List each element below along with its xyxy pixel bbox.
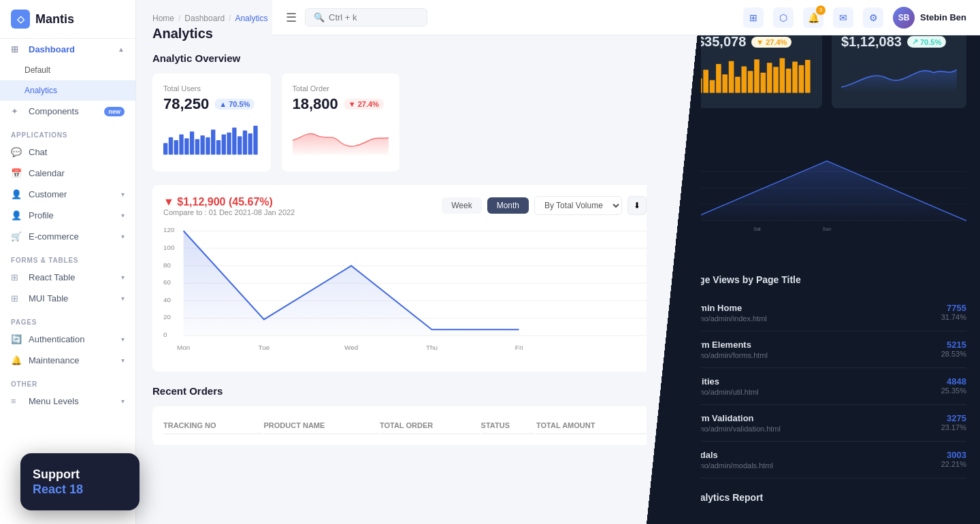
sidebar-item-dashboard[interactable]: ⊞ Dashboard ▲ [0, 39, 135, 60]
income-header: ▼ $1,12,900 (45.67%) Compare to : 01 Dec… [163, 196, 647, 216]
svg-rect-0 [163, 143, 167, 154]
sidebar-item-analytics[interactable]: Analytics [0, 80, 135, 101]
area-chart-red [293, 120, 389, 161]
search-input[interactable] [329, 12, 410, 22]
analytics-report: Analytics Report [687, 492, 966, 503]
app-name: Mantis [35, 12, 74, 27]
card-badge: ↗ 70.5% [907, 36, 946, 48]
sidebar-item-authentication[interactable]: 🔄 Authentication ▾ [0, 329, 135, 350]
svg-rect-15 [243, 131, 247, 154]
svg-rect-49 [773, 67, 779, 93]
apps-icon[interactable]: ⊞ [743, 7, 764, 28]
analytic-cards: Total Users 78,250 ▲ 70.5% [152, 73, 657, 171]
card-badge: ▲ 70.5% [214, 99, 255, 110]
auth-icon: 🔄 [11, 334, 22, 344]
btn-week[interactable]: Week [442, 197, 481, 214]
settings-icon[interactable]: ⚙ [863, 7, 883, 28]
profile-toggle-icon[interactable]: ⬡ [773, 7, 794, 28]
calendar-icon: 📅 [11, 168, 22, 178]
dark-income-chart: Fri Sat Sun [687, 122, 966, 261]
btn-month[interactable]: Month [487, 197, 529, 214]
user-avatar[interactable]: SB Stebin Ben [893, 7, 966, 29]
svg-rect-1 [169, 137, 173, 154]
svg-text:Sat: Sat [753, 227, 761, 231]
svg-rect-42 [729, 61, 734, 93]
card-value: $1,12,083 [841, 34, 902, 50]
chevron-down-icon: ▾ [121, 397, 125, 405]
mui-table-icon: ⊞ [11, 293, 22, 304]
svg-text:Thu: Thu [426, 344, 438, 351]
col-total-amount: TOTAL AMOUNT [536, 417, 647, 434]
chevron-down-icon: ▾ [121, 335, 125, 343]
page-views-section: Page Views by Page Title Admin Home /dem… [687, 274, 966, 478]
bar-chart [163, 120, 260, 161]
sidebar-item-chat[interactable]: 💬 Chat [0, 142, 135, 163]
sidebar-item-maintenance[interactable]: 🔔 Maintenance ▾ [0, 350, 135, 371]
svg-text:20: 20 [163, 313, 171, 321]
chevron-up-icon: ▲ [118, 46, 125, 53]
customer-icon: 👤 [11, 189, 22, 199]
svg-text:60: 60 [163, 278, 171, 286]
svg-rect-13 [232, 128, 236, 155]
svg-rect-44 [741, 66, 747, 93]
svg-text:Mon: Mon [177, 344, 190, 351]
notifications-icon[interactable]: 🔔 3 [803, 7, 823, 28]
messages-icon[interactable]: ✉ [833, 7, 853, 28]
sidebar-item-menu-levels[interactable]: ≡ Menu Levels ▾ [0, 391, 135, 412]
download-button[interactable]: ⬇ [627, 196, 647, 215]
svg-text:Fri: Fri [687, 227, 691, 231]
react-table-icon: ⊞ [11, 272, 22, 282]
notification-badge: 3 [816, 5, 826, 15]
svg-rect-50 [780, 59, 785, 93]
income-info: ▼ $1,12,900 (45.67%) Compare to : 01 Dec… [163, 196, 295, 216]
svg-rect-52 [792, 62, 798, 93]
arrow-up-icon: ▲ [219, 100, 227, 108]
support-subtitle: React 18 [33, 482, 127, 497]
svg-rect-9 [211, 129, 215, 154]
section-analytics-overview: Analytic Overview [152, 52, 657, 64]
app-logo[interactable]: ◇ Mantis [0, 0, 135, 39]
svg-text:0: 0 [163, 331, 167, 338]
col-tracking: TRACKING NO [163, 417, 263, 434]
sidebar-item-react-table[interactable]: ⊞ React Table ▾ [0, 267, 135, 288]
pv-item-0: Admin Home /demo/admin/index.html 7755 3… [687, 295, 966, 331]
sidebar-item-ecommerce[interactable]: 🛒 E-commerce ▾ [0, 226, 135, 247]
search-bar[interactable]: 🔍 [305, 8, 427, 27]
svg-rect-16 [248, 133, 252, 154]
chevron-down-icon: ▾ [121, 191, 125, 198]
income-section: ▼ $1,12,900 (45.67%) Compare to : 01 Dec… [152, 185, 657, 372]
sidebar: ◇ Mantis ⊞ Dashboard ▲ Default Analytics… [0, 0, 136, 524]
svg-rect-17 [253, 126, 257, 154]
svg-rect-54 [805, 60, 811, 93]
user-name: Stebin Ben [920, 12, 966, 22]
sidebar-item-calendar[interactable]: 📅 Calendar [0, 163, 135, 184]
logo-icon: ◇ [11, 10, 30, 29]
hamburger-icon[interactable]: ☰ [286, 10, 297, 25]
col-status: STATUS [481, 417, 535, 434]
ecommerce-icon: 🛒 [11, 231, 22, 242]
sidebar-item-components[interactable]: ✦ Components new [0, 101, 135, 122]
sidebar-item-mui-table[interactable]: ⊞ MUI Table ▾ [0, 288, 135, 309]
svg-rect-47 [761, 73, 766, 93]
arrow-down-icon: ▼ [348, 100, 356, 108]
volume-select[interactable]: By Total Volume [534, 196, 622, 215]
col-total-order: TOTAL ORDER [380, 417, 480, 434]
svg-text:Fri: Fri [515, 344, 523, 351]
pv-item-3: Form Validation /demo/admin/validation.h… [687, 405, 966, 442]
sidebar-item-profile[interactable]: 👤 Profile ▾ [0, 205, 135, 226]
card-label: Total Users [163, 84, 260, 93]
chevron-down-icon: ▾ [121, 212, 125, 219]
svg-rect-12 [227, 133, 231, 155]
content-area: ☰ 🔍 ⊞ ⬡ 🔔 3 ✉ ⚙ SB Stebin Ben [136, 0, 980, 524]
card-value: $35,078 [697, 34, 746, 50]
svg-rect-11 [222, 135, 226, 155]
svg-rect-41 [722, 74, 728, 93]
topbar-right: ⊞ ⬡ 🔔 3 ✉ ⚙ SB Stebin Ben [743, 7, 966, 29]
support-title: Support [33, 467, 127, 482]
sidebar-item-customer[interactable]: 👤 Customer ▾ [0, 184, 135, 205]
support-popup[interactable]: Support React 18 [20, 453, 140, 510]
sidebar-item-default[interactable]: Default [0, 60, 135, 80]
svg-rect-48 [767, 63, 772, 93]
forms-tables-section: Forms & Tables [0, 247, 135, 267]
menu-icon: ≡ [11, 396, 22, 406]
